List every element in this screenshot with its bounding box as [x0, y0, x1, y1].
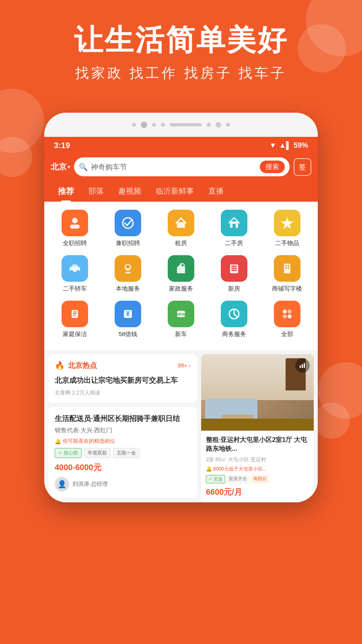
job-card[interactable]: 生活配送员·通州区长期招骑手兼职日结 销售代表·大兴·西红门 🔔 你可能喜欢的精… [48, 407, 197, 498]
svg-line-32 [234, 314, 237, 316]
room-floor [201, 419, 314, 431]
svg-point-33 [283, 310, 287, 314]
city-arrow-icon: ▾ [68, 164, 70, 170]
icon-second-hand-goods[interactable]: 二手物品 [263, 210, 311, 247]
hot-news-badge: 99+ › [178, 362, 191, 369]
icon-new-car[interactable]: NEW 新车 [157, 301, 205, 338]
business-service-icon [221, 301, 247, 327]
search-input[interactable]: 神奇购车节 [91, 162, 257, 172]
job-title: 生活配送员·通州区长期招骑手兼职日结 [55, 413, 191, 424]
phone-mockup: 3:19 ▼ ▲▌ 59% 北京 ▾ 🔍 神奇购车节 搜索 签 推荐 [44, 113, 318, 502]
icon-rent[interactable]: 租房 [157, 210, 205, 247]
all-label: 全部 [281, 330, 293, 338]
phone-dot-3 [161, 123, 165, 127]
job-tag-放心投: ✓ 放心投 [55, 448, 82, 458]
property-title: 整租·亚运村大屯里小区2室1厅 大屯路东地铁... [206, 436, 309, 454]
svg-point-36 [288, 314, 292, 318]
local-service-label: 本地服务 [116, 285, 140, 293]
icon-housekeeping[interactable]: 家政服务 [157, 255, 205, 293]
hot-news-arrow-icon: › [189, 362, 191, 369]
svg-point-12 [181, 264, 184, 267]
svg-rect-24 [73, 313, 77, 314]
rent-icon [168, 210, 194, 236]
tab-recommend[interactable]: 推荐 [51, 182, 81, 202]
tab-local-news[interactable]: 临沂新鲜事 [148, 182, 201, 202]
bg-circle-6 [314, 402, 350, 439]
fulltime-job-icon [62, 210, 88, 236]
job-poster-row: 👤 刘洪涛·总经理 [55, 477, 191, 491]
fire-icon: 🔥 [55, 361, 65, 370]
home-cleaning-icon [62, 301, 88, 327]
job-subtitle: 销售代表·大兴·西红门 [55, 427, 191, 434]
tab-community[interactable]: 部落 [81, 182, 111, 202]
bell-small-icon: 🔔 [206, 466, 212, 472]
icon-commercial[interactable]: 商铺写字楼 [263, 255, 311, 293]
phone-dot-4 [207, 123, 211, 127]
svg-point-8 [70, 270, 73, 273]
icon-parttime-job[interactable]: 兼职招聘 [104, 210, 152, 247]
svg-point-0 [72, 218, 78, 223]
hot-news-content: 北京成功出让宗宅地买新房可交易上车 [55, 375, 191, 386]
new-car-icon: NEW [168, 301, 194, 327]
right-column: 整租·亚运村大屯里小区2室1厅 大屯路东地铁... 2室·65㎡·大屯小区·亚运… [201, 354, 314, 502]
job-tag-五险一金: 五险一金 [113, 448, 140, 458]
property-meta: 2室·65㎡·大屯小区·亚运村 [206, 456, 309, 463]
svg-rect-38 [302, 364, 303, 368]
business-service-label: 商务服务 [222, 330, 246, 338]
housekeeping-icon [168, 255, 194, 282]
svg-rect-39 [304, 363, 305, 368]
parttime-job-label: 兼职招聘 [116, 239, 140, 247]
second-hand-house-icon [221, 210, 247, 236]
icon-second-hand-house[interactable]: 二手房 [210, 210, 258, 247]
job-tags: ✓ 放心投 年底双薪 五险一金 [55, 448, 191, 458]
job-recommend: 🔔 你可能喜欢的精选岗位 [55, 438, 191, 445]
loan-label: 58借钱 [119, 330, 138, 338]
icon-home-cleaning[interactable]: 家庭保洁 [51, 301, 99, 338]
property-price: 6600元/月 [206, 487, 309, 497]
tab-video[interactable]: 趣视频 [111, 182, 148, 202]
icon-used-car[interactable]: 二手轿车 [51, 255, 99, 293]
icon-local-service[interactable]: 本地服务 [104, 255, 152, 293]
icon-all[interactable]: 全部 [263, 301, 311, 338]
hot-news-card[interactable]: 🔥 北京热点 99+ › 北京成功出让宗宅地买新房可交易上车 北青网 2.2万人 [48, 354, 197, 403]
svg-rect-14 [231, 266, 237, 267]
svg-rect-3 [177, 222, 185, 228]
search-box[interactable]: 🔍 神奇购车节 搜索 [74, 157, 290, 176]
icon-new-house[interactable]: 新房 [210, 255, 258, 293]
svg-rect-21 [288, 267, 289, 269]
phone-speaker [170, 123, 202, 126]
second-hand-house-label: 二手房 [225, 239, 243, 247]
property-tags: ✓ 安选 配套齐全 有阳台 [206, 475, 309, 483]
city-name: 北京 [51, 161, 67, 172]
icon-loan[interactable]: ¥ 58借钱 [104, 301, 152, 338]
icons-row-2: 二手轿车 本地服务 [48, 255, 314, 293]
svg-text:NEW: NEW [177, 312, 185, 316]
rent-label: 租房 [175, 239, 187, 247]
city-selector[interactable]: 北京 ▾ [51, 161, 70, 172]
phone-container: 3:19 ▼ ▲▌ 59% 北京 ▾ 🔍 神奇购车节 搜索 签 推荐 [44, 113, 318, 502]
job-poster-name: 刘洪涛·总经理 [72, 481, 108, 488]
hero-title: 让生活简单美好 [20, 24, 342, 56]
search-icon: 🔍 [79, 163, 88, 171]
sign-button[interactable]: 签 [294, 158, 311, 176]
second-hand-goods-label: 二手物品 [275, 239, 299, 247]
commercial-label: 商铺写字楼 [272, 285, 302, 293]
job-salary: 4000-6000元 [55, 462, 191, 473]
tab-live[interactable]: 直播 [201, 182, 231, 202]
search-button[interactable]: 搜索 [260, 161, 285, 173]
svg-rect-20 [285, 267, 287, 269]
prop-tag-有阳台: 有阳台 [251, 475, 269, 483]
svg-rect-19 [288, 265, 289, 266]
home-cleaning-label: 家庭保洁 [63, 330, 87, 338]
icons-grid: 全职招聘 兼职招聘 [44, 202, 318, 350]
icons-row-1: 全职招聘 兼职招聘 [48, 210, 314, 247]
parttime-job-icon [115, 210, 141, 236]
svg-rect-23 [73, 312, 77, 312]
wifi-icon: ▼ [269, 141, 277, 150]
icon-fulltime-job[interactable]: 全职招聘 [51, 210, 99, 247]
property-card[interactable]: 整租·亚运村大屯里小区2室1厅 大屯路东地铁... 2室·65㎡·大屯小区·亚运… [201, 354, 314, 502]
battery-text: 59% [294, 141, 308, 150]
icon-business-service[interactable]: 商务服务 [210, 301, 258, 338]
search-area: 北京 ▾ 🔍 神奇购车节 搜索 签 [44, 153, 318, 182]
new-house-icon [221, 255, 247, 282]
